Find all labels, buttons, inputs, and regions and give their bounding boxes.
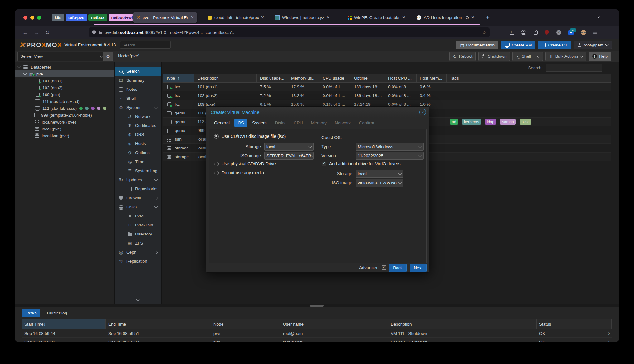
chevron-right-icon[interactable] — [154, 196, 158, 200]
close-dialog-icon[interactable] — [419, 109, 426, 115]
tab-proxmox[interactable]: ✕ pve - Proxmox Virtual Environme — [133, 12, 197, 23]
window-controls[interactable] — [23, 16, 44, 20]
nav-disks[interactable]: Disks — [115, 202, 161, 211]
nav-system-log[interactable]: System Log — [115, 166, 161, 175]
list-all-tabs-icon[interactable] — [597, 14, 600, 18]
tree-node-102[interactable]: 102 (dns2) — [15, 84, 114, 91]
filter-search-input[interactable] — [546, 64, 602, 72]
col-user[interactable]: User name — [280, 319, 388, 329]
nav-hosts[interactable]: Hosts — [115, 139, 161, 148]
insecure-lock-icon[interactable] — [99, 32, 102, 34]
task-row[interactable]: Sep 16 08:59:44Sep 16 08:59:51pveroot@pa… — [22, 329, 612, 338]
nav-zfs[interactable]: ZFS — [115, 239, 161, 248]
tab-cloud-init[interactable]: cloud_init - telmate/proxmox - C — [205, 12, 267, 23]
tab-ad-linux[interactable]: OI AD Linux Integration · Open — [413, 12, 477, 23]
chevron-right-icon[interactable] — [604, 339, 612, 342]
col-description[interactable]: Description — [194, 74, 257, 82]
tab-os[interactable]: OS — [234, 119, 247, 127]
virtio-iso-select[interactable]: virtio-win-0.1.285.iso — [356, 179, 403, 187]
tab-tasks[interactable]: Tasks — [22, 309, 40, 317]
url-text[interactable]: pve.lab.softbox.net:8006/#v1:0:=node%2Fp… — [105, 30, 234, 35]
col-type[interactable]: Type — [163, 74, 194, 82]
nav-firewall[interactable]: Firewall — [115, 193, 161, 202]
shell-button[interactable]: Shell — [512, 52, 543, 61]
col-start-time[interactable]: Start Time — [22, 319, 106, 329]
tab-system[interactable]: System — [249, 119, 270, 127]
create-ct-button[interactable]: Create CT — [538, 41, 571, 49]
zoom-window-icon[interactable] — [37, 16, 41, 20]
nav-replication[interactable]: Replication — [115, 257, 161, 266]
downloads-icon[interactable] — [510, 30, 514, 35]
nav-certificates[interactable]: Certificates — [115, 121, 161, 130]
tree-node-local-lvm[interactable]: local-lvm (pve) — [15, 132, 114, 139]
new-tab-button[interactable] — [483, 12, 492, 23]
col-memory[interactable]: Memory us... — [288, 74, 319, 82]
virtio-drivers-checkbox[interactable]: Add additional drive for VirtIO drivers — [322, 161, 401, 166]
chevron-down-icon[interactable] — [154, 177, 158, 181]
tab-general[interactable]: General — [211, 119, 233, 127]
tree-node-pve[interactable]: pve — [15, 70, 114, 77]
close-tab-icon[interactable] — [471, 15, 474, 20]
col-tags[interactable]: Tags — [447, 74, 611, 82]
table-row[interactable]: lxc 101 (dns1)7.5 %17.9 %0.0% of 1 ...18… — [163, 83, 611, 91]
tree-node-datacenter[interactable]: Datacenter — [15, 64, 114, 70]
view-selector[interactable]: Server View — [17, 52, 105, 61]
global-search-input[interactable] — [120, 41, 171, 49]
os-version-select[interactable]: 11/2022/2025 — [356, 152, 424, 160]
nav-lvm-thin[interactable]: LVM-Thin — [115, 221, 161, 230]
help-button[interactable]: ?Help — [589, 52, 611, 61]
table-row[interactable]: lxc 102 (dns2)7.2 %13.2 %0.0% of 1 ...18… — [163, 91, 611, 100]
tree-node-999[interactable]: 999 (template-24.04-noble) — [15, 112, 114, 119]
nav-shell[interactable]: Shell — [115, 94, 161, 103]
nav-directory[interactable]: Directory — [115, 230, 161, 239]
bitwarden-icon[interactable]: 4 — [568, 30, 574, 35]
col-end-time[interactable]: End Time — [106, 319, 211, 329]
create-vm-button[interactable]: Create VM — [501, 41, 536, 49]
back-button[interactable]: Back — [389, 264, 407, 272]
col-cpu[interactable]: CPU usage — [319, 74, 351, 82]
extensions-puzzle-icon[interactable] — [534, 31, 538, 35]
nav-overflow-indicator[interactable] — [115, 296, 161, 302]
iso-image-select[interactable]: SERVER_EVAL_x64FR — [264, 152, 314, 160]
close-tab-icon[interactable] — [327, 15, 329, 20]
forward-icon[interactable]: → — [32, 29, 41, 36]
col-status[interactable]: Status — [537, 319, 604, 329]
tree-node-local[interactable]: local (pve) — [15, 125, 114, 132]
reboot-button[interactable]: Reboot — [449, 52, 476, 61]
tab-cluster-log[interactable]: Cluster log — [43, 309, 71, 317]
tab-group-netbox[interactable]: netbox — [88, 14, 107, 21]
chevron-down-icon[interactable] — [23, 71, 27, 75]
chevron-down-icon[interactable] — [17, 65, 21, 68]
close-tab-icon[interactable] — [261, 15, 264, 20]
panel-splitter[interactable] — [15, 304, 619, 307]
radio-use-iso[interactable]: Use CD/DVD disc image file (iso) — [214, 134, 286, 139]
nav-time[interactable]: Time — [115, 157, 161, 166]
tab-group-k8s[interactable]: k8s — [52, 14, 64, 21]
nav-lvm[interactable]: LVM — [115, 211, 161, 221]
next-button[interactable]: Next — [410, 264, 427, 272]
col-node[interactable]: Node — [211, 319, 280, 329]
chevron-right-icon[interactable] — [604, 331, 612, 336]
close-tab-icon[interactable] — [402, 15, 405, 20]
bookmark-star-icon[interactable] — [482, 30, 486, 36]
col-uptime[interactable]: Uptime — [351, 74, 385, 82]
storage-select[interactable]: local — [264, 143, 314, 151]
tree-node-169[interactable]: 169 (pxe) — [15, 91, 114, 98]
tree-node-112[interactable]: 112 (sbx-lab-sssd) — [15, 105, 114, 112]
close-tab-icon[interactable] — [191, 15, 194, 20]
tab-group-tofu-pve[interactable]: tofu-pve — [66, 14, 87, 21]
minimize-window-icon[interactable] — [30, 16, 34, 20]
close-window-icon[interactable] — [23, 16, 27, 20]
nav-notes[interactable]: Notes — [115, 85, 161, 94]
back-icon[interactable]: ← — [21, 29, 30, 36]
extension-v-icon[interactable] — [556, 30, 561, 35]
col-disk[interactable]: Disk usage... — [257, 74, 288, 82]
account-icon[interactable] — [521, 30, 526, 35]
col-host-cpu[interactable]: Host CPU ... — [385, 74, 417, 82]
nav-options[interactable]: Options — [115, 148, 161, 157]
nav-updates[interactable]: Updates — [115, 175, 161, 184]
radio-no-media[interactable]: Do not use any media — [214, 170, 264, 175]
nav-network[interactable]: Network — [115, 112, 161, 121]
view-settings-button[interactable] — [103, 52, 113, 61]
nav-system[interactable]: System — [115, 103, 161, 112]
